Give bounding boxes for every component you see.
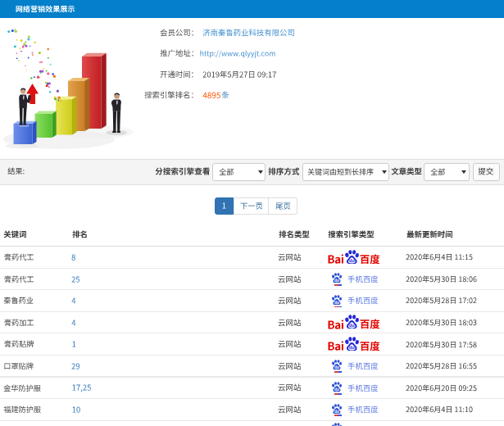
svg-text:du: du — [349, 258, 355, 263]
svg-text:du: du — [349, 324, 355, 329]
svg-text:du: du — [334, 365, 339, 369]
svg-text:du: du — [349, 345, 355, 350]
svg-text:du: du — [334, 301, 339, 305]
svg-text:du: du — [334, 279, 339, 283]
svg-text:du: du — [334, 410, 339, 414]
svg-text:du: du — [334, 387, 339, 392]
